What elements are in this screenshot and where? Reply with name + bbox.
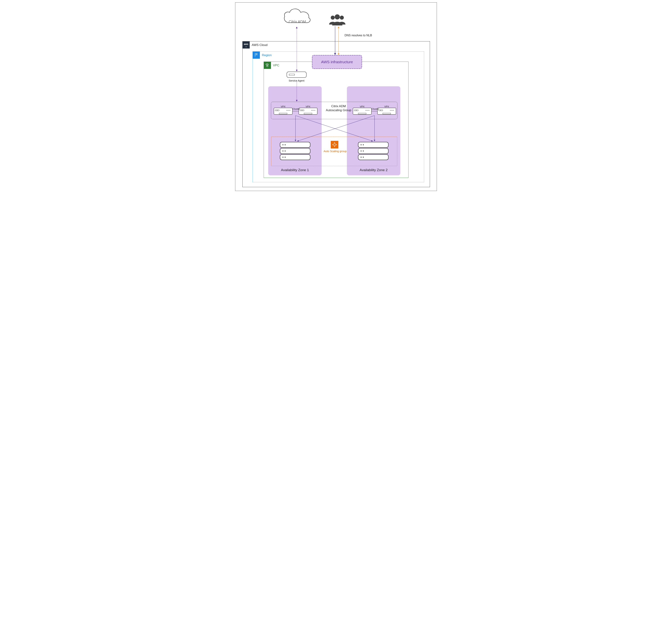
vpx-4-label: VPX	[377, 105, 396, 108]
vpx-appliance-1: VPX	[274, 105, 293, 116]
server-stack-1	[280, 141, 311, 161]
svg-point-20	[315, 110, 315, 111]
vpx-2-label: VPX	[298, 105, 317, 108]
service-agent-label: Service Agent	[287, 79, 307, 82]
az1-label: Availability Zone 1	[268, 168, 322, 172]
cluster-1-label: Cluster	[293, 107, 300, 110]
vpc-badge-icon	[264, 62, 271, 69]
cloud-label: Citrix ADM	[286, 20, 308, 24]
svg-point-53	[361, 151, 362, 151]
svg-rect-49	[358, 148, 388, 154]
svg-point-27	[368, 110, 368, 111]
auto-scaling-group-label: Auto Scaling group	[323, 149, 347, 153]
svg-point-44	[283, 151, 284, 151]
svg-point-54	[363, 151, 364, 151]
svg-point-2	[335, 14, 340, 20]
svg-point-1	[340, 16, 344, 20]
svg-point-45	[285, 151, 286, 151]
svg-rect-3	[267, 66, 268, 67]
svg-point-28	[369, 110, 369, 111]
svg-rect-4	[287, 72, 306, 78]
svg-point-19	[314, 110, 314, 111]
svg-rect-38	[334, 144, 335, 146]
svg-point-17	[311, 110, 312, 111]
svg-point-9	[287, 110, 287, 111]
users-icon	[327, 14, 348, 26]
vpx-appliance-3: VPX	[353, 105, 371, 116]
svg-rect-14	[299, 108, 317, 115]
svg-rect-30	[378, 108, 396, 115]
vpx-1-label: VPX	[274, 105, 293, 108]
svg-point-52	[363, 144, 364, 145]
cluster-2-label: Cluster	[371, 107, 379, 110]
svg-point-26	[367, 110, 367, 111]
vpx-appliance-2: VPX	[298, 105, 317, 116]
svg-point-47	[285, 157, 286, 158]
region-label: Region	[262, 53, 272, 57]
svg-point-56	[363, 157, 364, 158]
dns-resolves-label: DNS resolves to NLB	[344, 34, 372, 37]
svg-rect-39	[280, 142, 310, 147]
svg-rect-41	[280, 154, 310, 160]
svg-point-33	[390, 110, 391, 111]
cloud-icon	[282, 5, 312, 27]
svg-rect-50	[358, 154, 388, 160]
region-badge-icon	[253, 51, 260, 59]
citrix-adm-autoscaling-group-label: Citrix ADM Autoscaling Group	[324, 104, 353, 112]
auto-scaling-group-icon	[331, 141, 338, 148]
vpx-3-label: VPX	[353, 105, 371, 108]
server-stack-2	[358, 141, 389, 161]
vpx-appliance-4: VPX	[377, 105, 396, 116]
svg-point-43	[285, 144, 286, 145]
svg-point-25	[366, 110, 366, 111]
svg-rect-48	[358, 142, 388, 147]
diagram-canvas: Citrix ADM DNS resolves to NLB aws ⏝ AWS…	[233, 0, 439, 193]
svg-rect-6	[274, 108, 292, 115]
vpc-label: VPC	[273, 64, 279, 67]
aws-cloud-label: AWS Cloud	[252, 43, 267, 47]
svg-point-42	[283, 144, 284, 145]
az2-label: Availability Zone 2	[347, 168, 400, 172]
aws-badge-icon: aws ⏝	[242, 41, 250, 49]
svg-point-18	[313, 110, 313, 111]
svg-point-10	[288, 110, 288, 111]
aws-infrastructure-box: AWS infrastructure	[312, 55, 362, 69]
svg-point-11	[289, 110, 289, 111]
svg-point-36	[393, 110, 394, 111]
aws-infrastructure-label: AWS infrastructure	[321, 60, 353, 64]
svg-rect-22	[353, 108, 371, 115]
svg-point-51	[361, 144, 362, 145]
service-agent: Service Agent	[287, 72, 307, 82]
svg-point-0	[331, 16, 335, 20]
svg-point-12	[290, 110, 290, 111]
svg-rect-40	[280, 148, 310, 154]
svg-point-46	[283, 157, 284, 158]
svg-point-55	[361, 157, 362, 158]
svg-point-35	[392, 110, 393, 111]
svg-point-34	[391, 110, 392, 111]
